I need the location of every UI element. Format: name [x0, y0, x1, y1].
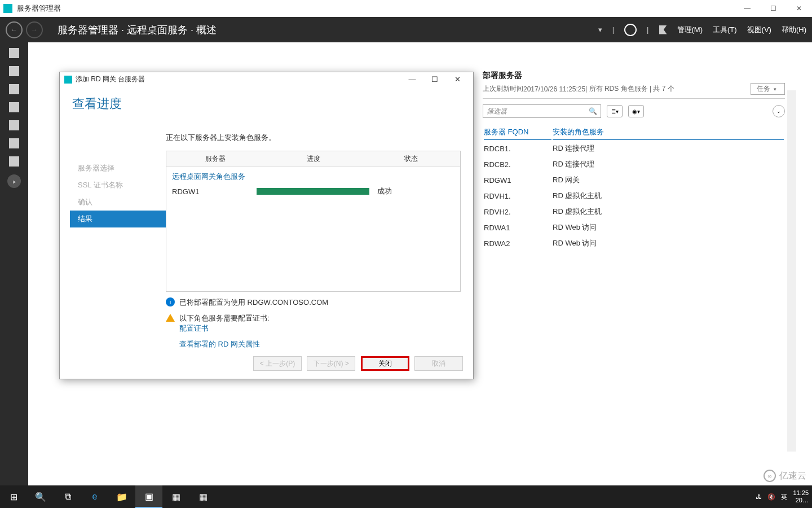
- filter-input[interactable]: 筛选器: [483, 104, 601, 118]
- warning-text: 以下角色服务需要配置证书:: [179, 313, 270, 323]
- refresh-icon[interactable]: [624, 24, 637, 36]
- volume-icon[interactable]: 🔇: [767, 493, 775, 501]
- table-row: RDWA2RD Web 访问: [484, 236, 784, 251]
- window-minimize-button[interactable]: —: [734, 0, 760, 17]
- wizard-step-ssl-cert: SSL 证书名称: [70, 177, 166, 194]
- left-navigation-rail: ▹: [0, 42, 28, 485]
- meta-suffix: | 所有 RDS 角色服务 | 共 7 个: [585, 84, 674, 94]
- file-services-icon[interactable]: [9, 156, 19, 167]
- col-header-progress: 进度: [264, 151, 363, 167]
- server-manager-task-icon[interactable]: ▣: [135, 485, 162, 508]
- explorer-icon[interactable]: 📁: [108, 485, 135, 508]
- col-header-server: 服务器: [166, 151, 264, 167]
- clock-date: 20…: [793, 497, 809, 504]
- window-close-button[interactable]: ✕: [786, 0, 812, 17]
- add-rd-gateway-dialog: 添加 RD 网关 台服务器 — ☐ ✕ 查看进度 服务器选择 SSL 证书名称 …: [59, 72, 474, 379]
- col-header-role[interactable]: 安装的角色服务: [553, 125, 784, 140]
- col-header-fqdn[interactable]: 服务器 FQDN: [484, 125, 551, 140]
- warning-icon: [166, 314, 175, 322]
- progress-bar: [257, 188, 369, 195]
- breadcrumb[interactable]: 服务器管理器 · 远程桌面服务 · 概述: [58, 23, 217, 37]
- network-icon[interactable]: 🖧: [756, 493, 762, 500]
- table-row: RDCB2.RD 连接代理: [484, 157, 784, 172]
- previous-button: < 上一步(P): [253, 356, 302, 371]
- ie-icon[interactable]: e: [81, 485, 108, 508]
- window-titlebar: 服务器管理器 — ☐ ✕: [0, 0, 812, 17]
- menu-help[interactable]: 帮助(H): [782, 25, 806, 35]
- dialog-maximize-button[interactable]: ☐: [423, 75, 446, 84]
- table-row: RDVH2.RD 虚拟化主机: [484, 204, 784, 219]
- cancel-button: 取消: [414, 356, 463, 371]
- notifications-flag-icon[interactable]: [659, 25, 667, 34]
- info-icon: i: [166, 297, 175, 306]
- view-options-dropdown[interactable]: ≣▾: [607, 105, 623, 117]
- filter-placeholder: 筛选器: [487, 107, 507, 116]
- dialog-titlebar[interactable]: 添加 RD 网关 台服务器 — ☐ ✕: [60, 72, 473, 86]
- rds-icon[interactable]: ▹: [7, 174, 21, 188]
- configure-certificate-link[interactable]: 配置证书: [179, 323, 270, 334]
- watermark-text: 亿速云: [779, 470, 806, 482]
- progress-status: 成功: [377, 186, 392, 196]
- vertical-scrollbar[interactable]: [787, 90, 796, 452]
- expand-button[interactable]: ⌄: [773, 105, 785, 117]
- ime-indicator[interactable]: 英: [781, 493, 787, 501]
- nav-forward-button[interactable]: →: [26, 21, 43, 38]
- dialog-button-row: < 上一步(P) 下一步(N) > 关闭 取消: [60, 349, 473, 379]
- wizard-step-confirm: 确认: [70, 194, 166, 211]
- menu-manage[interactable]: 管理(M): [677, 25, 703, 35]
- progress-row: RDGW1 成功: [166, 184, 460, 199]
- search-icon[interactable]: 🔍: [27, 485, 54, 508]
- nav-back-button[interactable]: ←: [6, 21, 23, 38]
- separator: |: [612, 25, 614, 34]
- window-title: 服务器管理器: [17, 3, 61, 14]
- window-maximize-button[interactable]: ☐: [760, 0, 786, 17]
- info-text: 已将部署配置为使用 RDGW.CONTOSO.COM: [179, 297, 328, 308]
- wizard-navigation: 服务器选择 SSL 证书名称 确认 结果: [70, 132, 166, 349]
- dialog-minimize-button[interactable]: —: [401, 75, 423, 84]
- table-row: RDVH1.RD 虚拟化主机: [484, 189, 784, 203]
- dropdown-icon[interactable]: ▾: [598, 25, 602, 34]
- progress-table: 服务器 进度 状态 远程桌面网关角色服务 RDGW1 成功: [166, 151, 461, 292]
- dialog-heading: 查看进度: [72, 95, 461, 112]
- hyperv-manager-icon[interactable]: ▦: [189, 485, 217, 508]
- top-toolbar: ← → 服务器管理器 · 远程桌面服务 · 概述 ▾ | | 管理(M) 工具(…: [0, 17, 812, 42]
- wizard-step-results[interactable]: 结果: [70, 211, 166, 227]
- dialog-close-button[interactable]: ✕: [446, 75, 469, 84]
- ad-ds-icon[interactable]: [9, 102, 19, 112]
- hyperv-icon[interactable]: ▦: [162, 485, 189, 508]
- iis-icon[interactable]: [9, 120, 19, 130]
- menu-view[interactable]: 视图(V): [747, 25, 771, 35]
- menu-tools[interactable]: 工具(T): [713, 25, 737, 35]
- meta-time: 2017/10/26 11:25:25: [523, 85, 585, 93]
- progress-server-name: RDGW1: [172, 187, 257, 196]
- watermark-icon: ∞: [764, 470, 776, 482]
- dialog-title: 添加 RD 网关 台服务器: [76, 75, 145, 84]
- tasks-dropdown[interactable]: 任务: [751, 83, 785, 95]
- close-button[interactable]: 关闭: [361, 356, 409, 371]
- start-button[interactable]: ⊞: [0, 485, 27, 508]
- dialog-icon: [64, 76, 72, 84]
- save-query-dropdown[interactable]: ◉▾: [628, 105, 644, 117]
- deployment-servers-panel: 部署服务器 上次刷新时间 2017/10/26 11:25:25 | 所有 RD…: [483, 71, 785, 252]
- wizard-step-server-selection: 服务器选择: [70, 160, 166, 177]
- service-name-label: 远程桌面网关角色服务: [166, 167, 460, 184]
- task-view-icon[interactable]: ⧉: [54, 485, 81, 508]
- col-header-status: 状态: [362, 151, 460, 167]
- view-rd-gateway-properties-link[interactable]: 查看部署的 RD 网关属性: [179, 339, 260, 349]
- taskbar[interactable]: ⊞ 🔍 ⧉ e 📁 ▣ ▦ ▦ 🖧 🔇 英 11:25 20…: [0, 485, 812, 508]
- clock-time: 11:25: [793, 489, 809, 497]
- next-button: 下一步(N) >: [307, 356, 355, 371]
- table-row: RDGW1RD 网关: [484, 173, 784, 187]
- table-row: RDWA1RD Web 访问: [484, 220, 784, 235]
- watermark: ∞ 亿速云: [764, 470, 806, 482]
- separator: |: [647, 25, 648, 34]
- meta-prefix: 上次刷新时间: [483, 84, 523, 94]
- progress-intro-text: 正在以下服务器上安装角色服务。: [166, 133, 461, 143]
- dashboard-icon[interactable]: [9, 48, 19, 58]
- system-tray[interactable]: 🖧 🔇 英 11:25 20…: [756, 489, 812, 504]
- key-icon[interactable]: [9, 138, 19, 148]
- local-server-icon[interactable]: [9, 66, 19, 76]
- all-servers-icon[interactable]: [9, 84, 19, 94]
- table-row: RDCB1.RD 连接代理: [484, 141, 784, 156]
- clock[interactable]: 11:25 20…: [793, 489, 809, 504]
